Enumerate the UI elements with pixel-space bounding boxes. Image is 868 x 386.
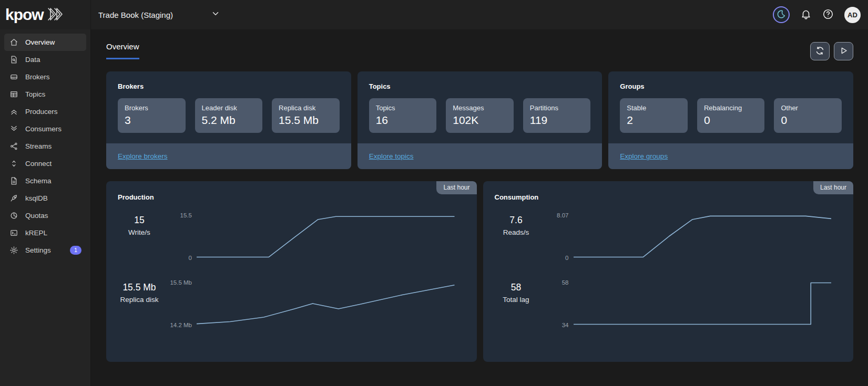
sidebar-nav: Overview Data Brokers Topics Producers C… [0,34,90,259]
sidebar-item-quotas[interactable]: Quotas [4,207,86,224]
sidebar-item-krepl[interactable]: kREPL [4,224,86,242]
refresh-button[interactable] [810,42,830,60]
help-icon [822,8,834,22]
card-footer: Explore brokers [106,143,351,169]
stat-tile-label: Messages [453,104,507,112]
sidebar-item-connect[interactable]: Connect [4,155,86,172]
card-title: Consumption [483,181,854,201]
help-button[interactable] [822,8,834,22]
chevron-down-icon [211,9,220,20]
chart-cards-row: Last hour Production 15 Write/s 15.5 0 [106,181,853,362]
time-range-badge: Last hour [813,181,853,194]
terminal-icon [9,228,18,238]
sparkline-axis: 8.07 0 [543,214,574,258]
home-icon [9,38,18,47]
stat-tiles: Stable 2 Rebalancing 0 Other 0 [608,90,853,143]
stat-tile-partitions: Partitions 119 [523,98,591,133]
stat-card-groups: Groups Stable 2 Rebalancing 0 Other 0 Ex… [608,71,853,169]
axis-max-label: 58 [562,279,569,286]
data-search-icon [9,55,18,65]
sidebar-item-ksqldb[interactable]: ksqlDB [4,190,86,207]
moon-icon [777,9,786,20]
metric-value: 15 [134,215,144,226]
stat-card-brokers: Brokers Brokers 3 Leader disk 5.2 Mb Rep… [106,71,351,169]
stat-tile-value: 16 [376,114,430,127]
cluster-name: Trade Book (Staging) [98,11,173,19]
metric-row-replica-disk: 15.5 Mb Replica disk 15.5 Mb 14.2 Mb [106,281,477,326]
stat-tile-value: 15.5 Mb [279,114,333,127]
axis-min-label: 0 [565,255,568,261]
up-down-icon [9,159,18,169]
refresh-icon [815,46,825,57]
kpow-logo[interactable]: kpow [0,0,91,29]
stat-tile-rebalancing: Rebalancing 0 [697,98,765,133]
metric-row-total-lag: 58 Total lag 58 34 [483,281,854,326]
stat-tile-value: 102K [453,114,507,127]
sidebar-item-data[interactable]: Data [4,51,86,68]
card-title: Topics [358,71,603,90]
stat-tile-value: 3 [125,114,179,127]
chevrons-down-icon [9,124,18,134]
sidebar-item-label: Streams [25,142,52,150]
metric-value: 15.5 Mb [122,282,156,293]
cluster-selector[interactable]: Trade Book (Staging) [98,9,220,20]
sidebar-item-label: kREPL [25,229,47,237]
sidebar-item-streams[interactable]: Streams [4,138,86,155]
sidebar-item-brokers[interactable]: Brokers [4,68,86,86]
explore-topics-link[interactable]: Explore topics [369,152,414,160]
time-range-badge: Last hour [436,181,476,194]
metric-row-write-s: 15 Write/s 15.5 0 [106,214,477,258]
sparkline-axis: 58 34 [543,281,574,326]
metric-stat: 15 Write/s [113,214,166,258]
axis-min-label: 0 [189,255,192,261]
card-title: Brokers [106,71,351,90]
sparkline-axis: 15.5 Mb 14.2 Mb [166,281,197,326]
kpow-logo-text: kpow [5,7,44,23]
sidebar-item-overview[interactable]: Overview [4,34,86,51]
sidebar-item-label: Quotas [25,212,48,220]
stat-tile-replica-disk: Replica disk 15.5 Mb [272,98,340,133]
main-content: Overview Brokers [91,29,868,386]
tab-overview[interactable]: Overview [106,42,139,59]
broker-drive-icon [9,72,18,82]
axis-max-label: 15.5 Mb [170,279,192,286]
topbar-actions: AD [773,6,861,23]
stat-tile-label: Rebalancing [704,104,758,112]
explore-groups-link[interactable]: Explore groups [620,152,668,160]
topbar: kpow Trade Book (Staging) [0,0,868,29]
theme-toggle-button[interactable] [773,6,790,23]
card-title: Production [106,181,477,201]
metric-label: Reads/s [503,228,529,236]
schema-doc-icon [9,176,18,186]
sidebar-item-producers[interactable]: Producers [4,103,86,120]
header-buttons [810,42,853,60]
play-icon [839,46,849,57]
stat-tiles: Topics 16 Messages 102K Partitions 119 [358,90,603,143]
sidebar-item-settings[interactable]: Settings 1 [4,242,86,259]
stat-tile-label: Partitions [530,104,584,112]
sidebar-item-consumers[interactable]: Consumers [4,120,86,138]
sparkline-chart [574,281,832,326]
stat-tile-label: Stable [627,104,681,112]
notifications-button[interactable] [800,8,812,22]
card-footer: Explore topics [358,143,603,169]
stat-tile-value: 5.2 Mb [202,114,256,127]
sidebar-item-label: Schema [25,177,52,185]
chart-card-consumption: Last hour Consumption 7.6 Reads/s 8.07 0 [483,181,854,362]
metric-stat: 58 Total lag [489,281,543,326]
stat-tile-value: 0 [704,114,758,127]
kpow-logo-chevrons-icon [47,7,65,23]
main-header: Overview [106,42,853,60]
sidebar-item-schema[interactable]: Schema [4,172,86,190]
stat-tile-messages: Messages 102K [446,98,514,133]
pie-icon [9,211,18,221]
gear-icon [9,246,18,255]
stat-tile-label: Replica disk [279,104,333,112]
user-avatar[interactable]: AD [844,7,861,23]
play-button[interactable] [834,42,853,60]
sidebar-item-label: Producers [25,108,58,116]
explore-brokers-link[interactable]: Explore brokers [118,152,168,160]
sidebar-item-topics[interactable]: Topics [4,86,86,103]
metric-label: Total lag [503,296,529,304]
axis-max-label: 15.5 [180,212,192,218]
